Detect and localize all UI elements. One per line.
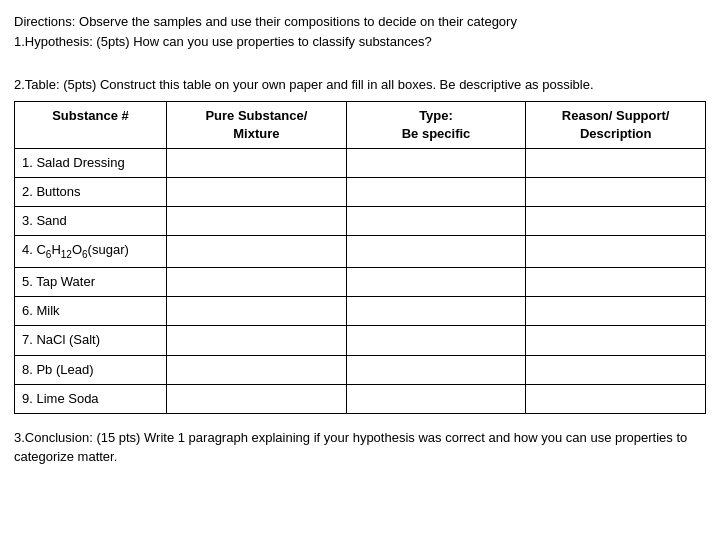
substance-3-type — [346, 207, 526, 236]
substance-5: 5. Tap Water — [15, 268, 167, 297]
substance-1: 1. Salad Dressing — [15, 148, 167, 177]
substance-1-type — [346, 148, 526, 177]
table-row: 2. Buttons — [15, 178, 706, 207]
substance-6-reason — [526, 297, 706, 326]
substance-2: 2. Buttons — [15, 178, 167, 207]
substance-4-type — [346, 236, 526, 268]
directions-text: Directions: Observe the samples and use … — [14, 12, 706, 51]
substance-7-pure — [167, 326, 347, 355]
table-row: 5. Tap Water — [15, 268, 706, 297]
header-pure-mixture: Pure Substance/Mixture — [167, 101, 347, 148]
table-row: 9. Lime Soda — [15, 384, 706, 413]
table-section: 2.Table: (5pts) Construct this table on … — [14, 75, 706, 414]
substance-8-reason — [526, 355, 706, 384]
substance-9-reason — [526, 384, 706, 413]
substance-4-reason — [526, 236, 706, 268]
table-row: 8. Pb (Lead) — [15, 355, 706, 384]
substance-6: 6. Milk — [15, 297, 167, 326]
substance-9-type — [346, 384, 526, 413]
directions-content: Directions: Observe the samples and use … — [14, 14, 517, 29]
substance-3-pure — [167, 207, 347, 236]
substance-7: 7. NaCl (Salt) — [15, 326, 167, 355]
substance-4: 4. C6H12O6(sugar) — [15, 236, 167, 268]
table-row: 7. NaCl (Salt) — [15, 326, 706, 355]
substance-7-reason — [526, 326, 706, 355]
header-type: Type:Be specific — [346, 101, 526, 148]
table-header-row: Substance # Pure Substance/Mixture Type:… — [15, 101, 706, 148]
substance-3: 3. Sand — [15, 207, 167, 236]
substance-6-pure — [167, 297, 347, 326]
substance-1-pure — [167, 148, 347, 177]
substance-7-type — [346, 326, 526, 355]
substance-9-pure — [167, 384, 347, 413]
substance-8: 8. Pb (Lead) — [15, 355, 167, 384]
substance-9: 9. Lime Soda — [15, 384, 167, 413]
table-row: 4. C6H12O6(sugar) — [15, 236, 706, 268]
table-row: 6. Milk — [15, 297, 706, 326]
substance-4-pure — [167, 236, 347, 268]
header-substance: Substance # — [15, 101, 167, 148]
substance-2-reason — [526, 178, 706, 207]
substance-6-type — [346, 297, 526, 326]
substance-5-type — [346, 268, 526, 297]
header-reason: Reason/ Support/Description — [526, 101, 706, 148]
hypothesis-label: 1.Hypothesis: (5pts) How can you use pro… — [14, 34, 432, 49]
substance-8-pure — [167, 355, 347, 384]
conclusion-text: 3.Conclusion: (15 pts) Write 1 paragraph… — [14, 428, 706, 467]
substances-table: Substance # Pure Substance/Mixture Type:… — [14, 101, 706, 414]
substance-3-reason — [526, 207, 706, 236]
substance-5-reason — [526, 268, 706, 297]
substance-5-pure — [167, 268, 347, 297]
table-row: 1. Salad Dressing — [15, 148, 706, 177]
substance-8-type — [346, 355, 526, 384]
substance-2-type — [346, 178, 526, 207]
table-intro: 2.Table: (5pts) Construct this table on … — [14, 75, 706, 95]
table-row: 3. Sand — [15, 207, 706, 236]
substance-1-reason — [526, 148, 706, 177]
substance-2-pure — [167, 178, 347, 207]
